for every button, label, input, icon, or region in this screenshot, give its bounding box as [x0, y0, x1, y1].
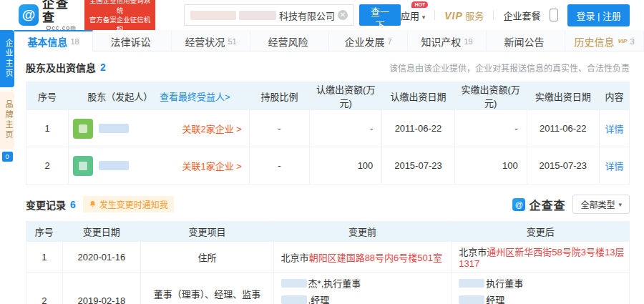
change-records-table: 序号 变更日期 变更项目 变更前 变更后 1 2020-01-16 住所 [26, 221, 630, 304]
shareholders-count: 2 [100, 62, 106, 73]
shareholders-section: 股东及出资信息 2 该信息由该企业提供，企业对其报送信息的真实性、合法性负责 序… [14, 60, 644, 185]
brand-home-count-badge: 0 [2, 152, 13, 162]
nav-apps[interactable]: 应用 ▾ HOT [401, 9, 425, 22]
change-after-value: 执行董事 经理 事【新增】 [452, 273, 630, 304]
shareholders-table: 序号 股东（发起人） 查看最终受益人> 持股比例 认缴出资额(万元) 认缴出资日… [26, 82, 630, 185]
left-sidebar: 企业主页 品牌主页 0 [0, 30, 14, 304]
top-header: @ 企查查 Qcc.com 全国企业信用查询系统 官方备案企业征信机构 科技有限… [0, 0, 644, 30]
vip-tag: VIP [618, 38, 627, 44]
redacted-name [281, 279, 307, 288]
qcc-logo-icon: @ [512, 198, 525, 211]
sidebar-item-company-home[interactable]: 企业主页 [0, 30, 14, 87]
col-before: 变更前 [273, 222, 452, 242]
chevron-down-icon: ▾ [618, 201, 622, 208]
tab-operating-risk[interactable]: 经营风险 [250, 30, 329, 52]
redacted-search-text [190, 11, 236, 20]
search-button[interactable]: 查一下 [359, 4, 401, 26]
qcc-company-page: @ 企查查 Qcc.com 全国企业信用查询系统 官方备案企业征信机构 科技有限… [0, 0, 644, 304]
change-type-filter-dropdown[interactable]: 全部类型 ▾ [572, 195, 630, 214]
redacted-name [281, 295, 307, 304]
col-change-date: 变更日期 [62, 222, 141, 242]
col-change-item: 变更项目 [141, 222, 273, 242]
qcc-logo[interactable]: @ 企查查 Qcc.com [19, 0, 80, 32]
nav-enterprise-package[interactable]: 企业套餐 [503, 9, 540, 22]
col-subscribed-amount: 认缴出资额(万元) [310, 82, 382, 110]
changes-count: 6 [70, 199, 76, 210]
change-record-row: 2 2019-02-18 董事（理事）、经理、监事 带有*标记的为法定代表人 杰… [26, 273, 630, 304]
nav-vip-service[interactable]: VIP 服务 [444, 9, 484, 22]
related-companies-link[interactable]: 关联2家企业 > [182, 122, 244, 135]
divider [493, 10, 494, 20]
mobile-phone-icon[interactable] [550, 9, 558, 21]
header-nav: 应用 ▾ HOT VIP 服务 企业套餐 登录 | 注册 [401, 4, 630, 26]
change-records-section: 变更记录 6 发生变更时通知我 @ 企查查 全部类型 ▾ [14, 195, 644, 304]
shareholders-title: 股东及出资信息 [26, 60, 96, 74]
col-no: 序号 [26, 82, 69, 110]
col-detail: 内容 [599, 82, 629, 110]
search-value-suffix: 科技有限公司 [279, 9, 335, 22]
tab-legal-litigation[interactable]: 法律诉讼 [93, 30, 172, 52]
tab-company-development[interactable]: 企业发展7 [329, 30, 408, 52]
change-before-value: 北京市朝阳区建国路88号内6号楼501室 [273, 242, 452, 273]
col-after: 变更后 [452, 222, 630, 242]
sidebar-item-brand-home[interactable]: 品牌主页 [0, 92, 14, 149]
clear-search-icon[interactable]: ✕ [338, 10, 348, 20]
bell-icon [89, 200, 97, 208]
section-tabs: 基本信息18 法律诉讼 经营状况51 经营风险 企业发展7 知识产权19 [14, 30, 644, 52]
col-no: 序号 [26, 222, 63, 242]
qcc-watermark: @ 企查查 [512, 196, 565, 213]
chevron-down-icon: ▾ [422, 14, 426, 21]
table-header-row: 序号 变更日期 变更项目 变更前 变更后 [26, 222, 630, 242]
shareholder-row: 1 关联2家企业 > - - 2011-06-22 [26, 110, 630, 147]
login-register-button[interactable]: 登录 | 注册 [567, 4, 630, 26]
divider [434, 10, 435, 20]
shareholder-avatar [73, 156, 93, 176]
redacted-shareholder-name [99, 161, 129, 170]
tab-history-info[interactable]: 历史信息VIP3 [565, 30, 644, 52]
search-input[interactable]: 科技有限公司 ✕ [184, 4, 354, 26]
tab-intellectual-property[interactable]: 知识产权19 [408, 30, 487, 52]
change-after-value: 北京市通州区新华西街58号院3号楼13层1317 [452, 242, 630, 273]
change-item-cell: 董事（理事）、经理、监事 带有*标记的为法定代表人 [141, 273, 273, 304]
col-ratio: 持股比例 [249, 82, 309, 110]
col-subscribed-date: 认缴出资日期 [382, 82, 454, 110]
table-header-row: 序号 股东（发起人） 查看最终受益人> 持股比例 认缴出资额(万元) 认缴出资日… [26, 82, 630, 110]
redacted-name [459, 279, 484, 288]
tab-basic-info[interactable]: 基本信息18 [14, 30, 93, 52]
hot-badge: HOT [411, 1, 428, 8]
tab-news-announcements[interactable]: 新闻公告 [487, 30, 565, 52]
shareholder-row: 2 关联1家企业 > - 100 2015-07-23 [26, 147, 630, 185]
redacted-name [459, 295, 484, 304]
detail-link[interactable]: 详情 [605, 124, 623, 134]
notify-on-change-button[interactable]: 发生变更时通知我 [83, 196, 174, 212]
view-beneficiary-link[interactable]: 查看最终受益人> [160, 92, 230, 102]
related-companies-link[interactable]: 关联1家企业 > [182, 159, 244, 172]
col-paid-date: 实缴出资日期 [527, 82, 599, 110]
changes-title: 变更记录 [26, 197, 66, 212]
change-record-row: 1 2020-01-16 住所 北京市朝阳区建国路88号内6号楼501室 北京市… [26, 242, 630, 273]
col-holder: 股东（发起人） 查看最终受益人> [69, 82, 250, 110]
redacted-search-text [239, 11, 276, 20]
tab-operating-status[interactable]: 经营状况51 [172, 30, 250, 52]
detail-link[interactable]: 详情 [605, 161, 623, 172]
qcc-logo-icon: @ [19, 4, 39, 26]
disclaimer-text: 该信息由该企业提供，企业对其报送信息的真实性、合法性负责 [389, 62, 630, 74]
redacted-shareholder-name [99, 124, 129, 133]
change-before-value: 杰*,执行董事 ,经理 ,监事【退出】 [273, 273, 452, 304]
shareholder-avatar [73, 119, 93, 139]
col-paid-amount: 实缴出资额(万元) [454, 82, 527, 110]
brand-name: 企查查 [42, 0, 80, 25]
